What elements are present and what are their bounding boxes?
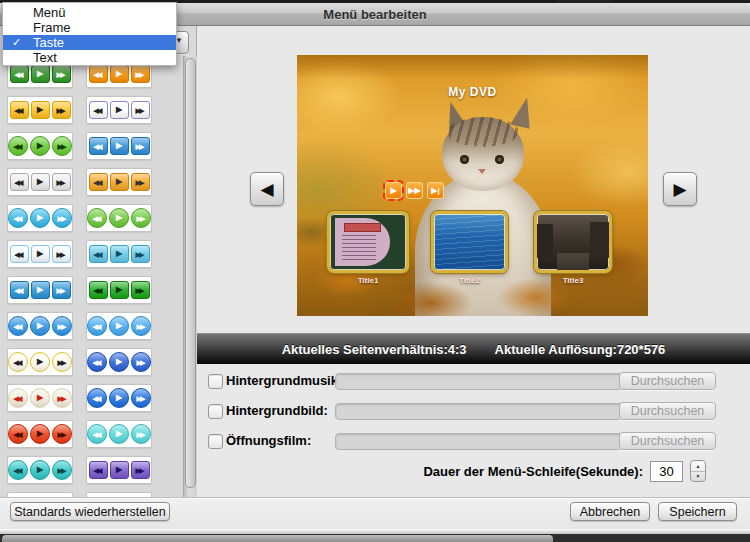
opening-film-path-field[interactable] (335, 433, 623, 450)
cancel-button[interactable]: Abbrechen (570, 502, 650, 521)
rewind-icon: ◀◀ (89, 65, 108, 83)
play-icon: ▶ (109, 424, 129, 444)
menu-item-frame[interactable]: Frame (3, 20, 176, 35)
background-music-checkbox[interactable] (208, 374, 223, 389)
play-icon: ▶ (110, 461, 129, 479)
fast-forward-icon: ▶▶ (52, 101, 71, 119)
menu-item-text[interactable]: Text (3, 50, 176, 65)
button-style-item[interactable]: ◀◀▶▶▶ (86, 312, 152, 340)
status-bar: Aktuelles Seitenverhältnis:4:3 Aktuelle … (197, 333, 750, 364)
button-style-item[interactable]: ◀◀▶▶▶ (86, 204, 152, 232)
rewind-icon: ◀◀ (10, 281, 29, 299)
play-button[interactable]: ▶ (385, 182, 402, 199)
title3-thumbnail[interactable] (534, 211, 612, 273)
stepper-down-icon[interactable]: ▼ (691, 472, 705, 482)
menu-loop-stepper[interactable]: ▲ ▼ (690, 460, 706, 482)
title2-water (434, 214, 505, 270)
category-dropdown-menu: Menü Frame ✓ Taste Text (2, 2, 177, 66)
button-style-item[interactable]: ◀◀▶▶▶ (7, 348, 73, 376)
menu-loop-duration-field[interactable] (650, 461, 683, 482)
button-style-item[interactable]: ◀◀▶▶▶ (86, 132, 152, 160)
button-style-item[interactable]: ◀◀▶▶▶ (86, 276, 152, 304)
save-button[interactable]: Speichern (658, 502, 737, 521)
window-title: Menü bearbeiten (323, 7, 426, 22)
menu-item-menue[interactable]: Menü (3, 5, 176, 20)
fast-forward-icon: ▶▶ (131, 424, 151, 444)
button-style-item[interactable]: ◀◀▶▶▶ (86, 420, 152, 448)
opening-film-row: Öffnungsfilm: Durchsuchen (197, 433, 750, 453)
play-icon: ▶ (109, 352, 129, 372)
stepper-up-icon[interactable]: ▲ (691, 461, 705, 472)
play-icon: ▶ (109, 316, 129, 336)
background-music-browse-button[interactable]: Durchsuchen (619, 372, 716, 390)
title1-thumbnail[interactable] (327, 211, 409, 273)
background-image-checkbox[interactable] (208, 404, 223, 419)
rewind-icon: ◀◀ (10, 173, 29, 191)
dvd-menu-preview: My DVD ▶ ▶▶ ▶| Title1 Title2 Title3 (297, 55, 648, 316)
button-style-item[interactable]: ◀◀▶▶▶ (7, 132, 73, 160)
button-style-item[interactable]: ◀◀▶▶▶ (86, 96, 152, 124)
fast-forward-icon: ▶▶ (131, 461, 150, 479)
previous-menu-button[interactable]: ◀ (250, 172, 284, 206)
button-style-item[interactable]: ◀◀▶▶▶ (7, 420, 73, 448)
button-style-item[interactable]: ◀◀▶▶▶ (86, 456, 152, 484)
rewind-icon: ◀◀ (89, 101, 108, 119)
play-icon: ▶ (110, 281, 129, 299)
background-image-browse-button[interactable]: Durchsuchen (619, 402, 716, 420)
play-icon: ▶ (30, 352, 50, 372)
background-music-path-field[interactable] (335, 373, 623, 390)
left-arrow-icon: ◀ (260, 179, 273, 200)
opening-film-browse-button[interactable]: Durchsuchen (619, 432, 716, 450)
rewind-icon: ◀◀ (89, 137, 108, 155)
button-style-item[interactable]: ◀◀▶▶▶ (86, 348, 152, 376)
button-style-item[interactable]: ◀◀▶▶▶ (7, 168, 73, 196)
play-icon: ▶ (30, 208, 50, 228)
rewind-icon: ◀◀ (8, 352, 28, 372)
fast-forward-icon: ▶▶ (52, 388, 72, 408)
fast-forward-icon: ▶▶ (131, 65, 150, 83)
fast-forward-icon: ▶▶ (131, 352, 151, 372)
scrollbar-thumb[interactable] (185, 58, 196, 488)
button-style-item[interactable]: ◀◀▶▶▶ (86, 168, 152, 196)
rewind-icon: ◀◀ (10, 245, 29, 263)
button-style-item[interactable]: ◀◀▶▶▶ (7, 96, 73, 124)
check-icon: ✓ (12, 35, 21, 50)
title3-label: Title3 (534, 276, 612, 285)
button-style-item[interactable]: ◀◀▶▶▶ (86, 384, 152, 412)
play-icon: ▶ (31, 245, 50, 263)
menu-item-taste[interactable]: ✓ Taste (3, 35, 176, 50)
button-style-item[interactable]: ◀◀▶▶▶ (7, 384, 73, 412)
rewind-icon: ◀◀ (87, 352, 107, 372)
fast-forward-icon: ▶▶ (131, 245, 150, 263)
rewind-icon: ◀◀ (10, 65, 29, 83)
fast-forward-icon: ▶▶ (131, 137, 150, 155)
fast-forward-icon: ▶▶ (131, 173, 150, 191)
fast-forward-button[interactable]: ▶▶ (406, 182, 423, 199)
play-icon: ▶ (31, 173, 50, 191)
button-style-item[interactable]: ◀◀▶▶▶ (7, 240, 73, 268)
title2-label: Title2 (431, 276, 508, 285)
sidebar-scrollbar[interactable] (183, 56, 197, 497)
skip-next-button[interactable]: ▶| (427, 182, 444, 199)
opening-film-checkbox[interactable] (208, 434, 223, 449)
button-style-item[interactable]: ◀◀▶▶▶ (7, 204, 73, 232)
play-icon: ▶ (109, 388, 129, 408)
button-style-item[interactable]: ◀◀▶▶▶ (7, 456, 73, 484)
fast-forward-icon: ▶▶ (52, 460, 72, 480)
restore-defaults-button[interactable]: Standards wiederherstellen (10, 502, 170, 521)
button-style-item[interactable]: ◀◀▶▶▶ (7, 312, 73, 340)
play-icon: ▶ (30, 316, 50, 336)
play-icon: ▶ (31, 101, 50, 119)
rewind-icon: ◀◀ (87, 316, 107, 336)
fast-forward-icon: ▶▶ (52, 136, 72, 156)
aspect-ratio-text: Aktuelles Seitenverhältnis:4:3 (282, 342, 467, 357)
title2-thumbnail[interactable] (431, 211, 508, 273)
footer-bar: Standards wiederherstellen Abbrechen Spe… (0, 497, 750, 530)
background-image-path-field[interactable] (335, 403, 623, 420)
title1-label: Title1 (327, 276, 409, 285)
button-style-item[interactable]: ◀◀▶▶▶ (86, 240, 152, 268)
button-style-item[interactable]: ◀◀▶▶▶ (7, 276, 73, 304)
edit-menu-dialog: Menü bearbeiten ▼ ◀◀▶▶▶◀◀▶▶▶◀◀▶▶▶◀◀▶▶▶◀◀… (0, 0, 750, 542)
dvd-menu-title[interactable]: My DVD (297, 85, 648, 99)
next-menu-button[interactable]: ▶ (663, 172, 697, 206)
